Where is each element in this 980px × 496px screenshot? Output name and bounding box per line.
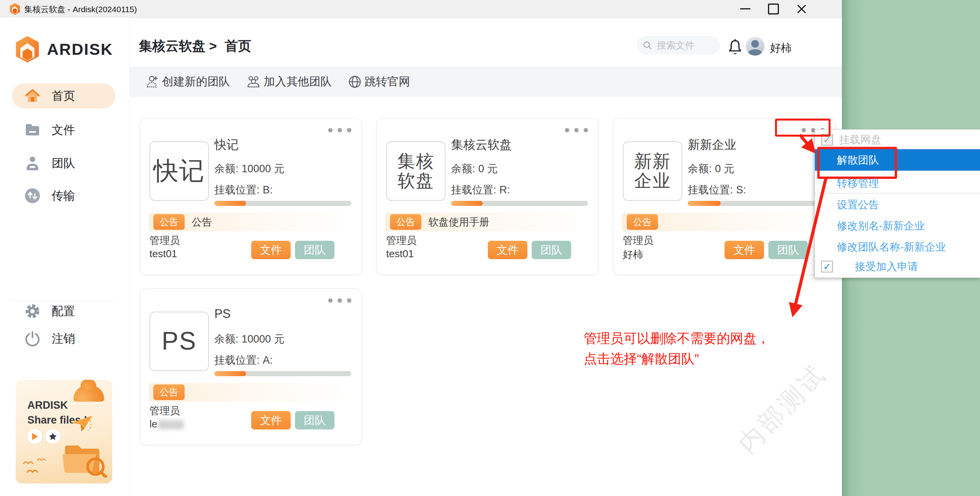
sidebar-item-home[interactable]: 首页 (12, 83, 115, 108)
title-bar: 集核云软盘 - Ardisk(20240115) (0, 0, 842, 18)
notice-badge: 公告 (627, 214, 658, 230)
menu-item-set-notice[interactable]: 设置公告 (815, 197, 980, 213)
files-button[interactable]: 文件 (725, 241, 764, 259)
sidebar-item-settings[interactable]: 配置 (12, 299, 115, 324)
team-button[interactable]: 团队 (768, 241, 808, 259)
create-team-button[interactable]: 创建新的团队 (146, 74, 230, 90)
team-card-kuaiji: 快记 快记 余额:10000 元 挂载位置:B: 公告 公告 管理员 test0… (140, 118, 362, 275)
join-team-button[interactable]: 加入其他团队 (246, 74, 332, 90)
birds-decoration (22, 458, 65, 478)
admin-label: 管理员 (149, 234, 180, 247)
power-icon (24, 330, 41, 347)
admin-name: 好柿 (623, 248, 643, 262)
home-icon (24, 88, 41, 104)
notice-text: 公告 (192, 215, 212, 229)
window-title: 集核云软盘 - Ardisk(20240115) (24, 4, 137, 15)
sidebar-item-logout[interactable]: 注销 (12, 326, 115, 351)
tile-text: 软盘 (397, 171, 434, 191)
team-name: 快记 (214, 137, 239, 153)
notification-bell-icon[interactable] (728, 39, 743, 56)
notice-bar: 公告 (149, 383, 353, 402)
notice-badge: 公告 (153, 384, 185, 400)
annotation-line1: 管理员可以删除不需要的网盘， (584, 328, 770, 348)
sidebar-item-transfer[interactable]: 传输 (12, 183, 115, 208)
person-add-icon (146, 75, 159, 88)
notice-badge: 公告 (153, 214, 185, 230)
team-tile: 集核 软盘 (386, 141, 446, 201)
team-card-xinxin: 新新 企业 新新企业 余额:0 元 挂载位置:S: 公告 管理员 好柿 文件 团… (613, 118, 835, 275)
minimize-button[interactable] (734, 0, 757, 18)
sidebar: ARDISK 首页 文件 (0, 18, 129, 496)
sidebar-item-team[interactable]: 团队 (12, 151, 115, 176)
team-button[interactable]: 团队 (532, 241, 571, 259)
files-button[interactable]: 文件 (251, 411, 291, 429)
cloud-icon (74, 385, 104, 402)
ardisk-logo-icon (13, 35, 41, 63)
folder-search-illustration (59, 438, 108, 478)
close-icon (797, 4, 807, 14)
admin-name: le (149, 418, 184, 430)
sidebar-item-files[interactable]: 文件 (12, 117, 115, 142)
menu-item-edit-team-name[interactable]: 修改团队名称-新新企业 (815, 239, 980, 255)
menu-item-label: 修改别名-新新企业 (837, 219, 925, 233)
team-name: 集核云软盘 (451, 137, 512, 153)
sidebar-item-label: 首页 (52, 88, 75, 104)
annotation-box-dots (775, 119, 831, 137)
paper-plane-icon (70, 415, 94, 433)
gear-icon (24, 303, 41, 319)
search-input[interactable] (656, 40, 716, 51)
sidebar-item-label: 传输 (52, 188, 75, 204)
breadcrumb-root[interactable]: 集核云软盘 > (139, 37, 217, 55)
mount-row: 挂载位置:B: (214, 183, 273, 197)
star-icon (49, 433, 57, 440)
masked-admin-name (158, 420, 184, 429)
toolbar: 创建新的团队 加入其他团队 跳转官网 (129, 67, 842, 97)
team-card-ps: PS PS 余额:10000 元 挂载位置:A: 公告 管理员 le 文件 团队 (140, 289, 362, 445)
mount-row: 挂载位置:R: (451, 183, 510, 197)
mount-row: 挂载位置:S: (688, 183, 746, 197)
card-more-button[interactable] (328, 128, 351, 132)
team-button[interactable]: 团队 (295, 241, 334, 259)
search-icon (643, 41, 652, 50)
menu-item-accept-join[interactable]: ✓ 接受加入申请 (815, 259, 980, 274)
menu-item-mount-drive: ✓ 挂载网盘 (815, 132, 980, 148)
official-site-button[interactable]: 跳转官网 (348, 74, 410, 90)
menu-item-edit-alias[interactable]: 修改别名-新新企业 (815, 218, 980, 234)
sidebar-item-label: 团队 (52, 155, 75, 171)
maximize-button[interactable] (762, 0, 785, 18)
username[interactable]: 好柿 (770, 41, 792, 56)
toolbar-item-label: 创建新的团队 (162, 74, 230, 90)
search-box[interactable] (637, 36, 720, 54)
toolbar-item-label: 跳转官网 (365, 74, 410, 90)
admin-label: 管理员 (386, 234, 417, 247)
team-name: PS (214, 307, 230, 321)
breadcrumb-current: 首页 (225, 37, 251, 55)
balance-row: 余额:0 元 (451, 162, 498, 176)
play-button[interactable] (27, 429, 42, 444)
notice-bar: 公告 公告 (149, 213, 353, 231)
usage-progressbar (451, 201, 588, 206)
files-button[interactable]: 文件 (488, 241, 527, 259)
files-button[interactable]: 文件 (251, 241, 291, 259)
card-more-button[interactable] (328, 298, 351, 303)
tile-text: 集核 (397, 152, 434, 171)
checkbox-checked-icon: ✓ (821, 261, 833, 272)
brand-name: ARDISK (47, 40, 113, 59)
promo-title: ARDISK (27, 399, 68, 411)
close-button[interactable] (790, 0, 813, 18)
promo-card: ARDISK Share files ! (16, 380, 112, 483)
toolbar-item-label: 加入其他团队 (264, 74, 332, 90)
team-button[interactable]: 团队 (295, 411, 334, 429)
balance-row: 余额:10000 元 (214, 332, 284, 346)
transfer-icon (24, 188, 41, 204)
globe-icon (348, 75, 361, 88)
star-button[interactable] (45, 429, 60, 444)
team-tile: 新新 企业 (623, 141, 682, 201)
menu-item-label: 挂载网盘 (839, 133, 881, 147)
card-more-button[interactable] (565, 128, 588, 132)
app-window: 集核云软盘 - Ardisk(20240115) ARDISK (0, 0, 980, 496)
notice-bar: 公告 软盘使用手册 (385, 213, 590, 231)
team-tile: 快记 (149, 141, 209, 201)
avatar[interactable] (746, 37, 764, 56)
folder-icon (24, 122, 41, 138)
